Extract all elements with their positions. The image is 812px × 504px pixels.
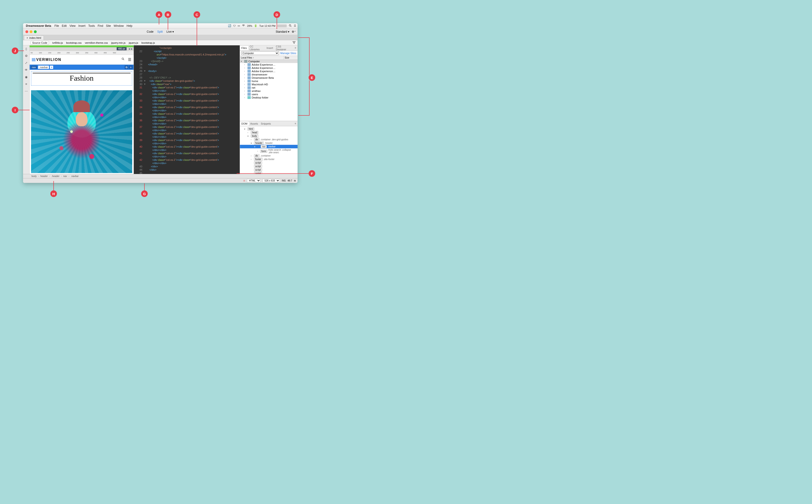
code-content[interactable]: <div class="col-xs-1"><div class='dev-gr… <box>146 132 240 135</box>
code-line[interactable]: 45 <box>134 171 240 174</box>
menu-tools[interactable]: Tools <box>88 24 95 28</box>
app-name[interactable]: Dreamweaver Beta <box>26 24 51 28</box>
filter-icon[interactable] <box>292 41 296 45</box>
zoom-window-button[interactable] <box>34 30 37 33</box>
code-content[interactable]: <div class="col-xs-1"><div class='dev-gr… <box>146 86 240 89</box>
dom-node[interactable]: script <box>240 161 297 165</box>
selected-class[interactable]: .navbar <box>38 66 49 69</box>
file-tree[interactable]: ▾Computer›Adobe Experience…›Adobe Experi… <box>240 60 297 121</box>
viewport-select[interactable]: 526 x 633 <box>262 179 280 182</box>
selected-tag[interactable]: nav <box>31 66 37 69</box>
code-line[interactable]: 22 <script <box>134 50 240 53</box>
file-tab-index[interactable]: × index.html <box>24 35 44 40</box>
code-line[interactable]: </div></div> <box>134 102 240 106</box>
code-line[interactable]: 30▼ <div class="row"> <box>134 83 240 86</box>
related-file[interactable]: jquery.min.js <box>111 41 125 44</box>
code-line[interactable]: 37 <div class="col-xs-1"><div class='dev… <box>134 125 240 129</box>
code-line[interactable]: src="https://oss.maxcdn.com/respond/1.4.… <box>134 53 240 56</box>
dom-node[interactable]: script <box>240 168 297 172</box>
shield-icon[interactable]: 🛡 <box>233 24 236 27</box>
code-content[interactable]: src="https://oss.maxcdn.com/respond/1.4.… <box>146 53 240 56</box>
code-line[interactable]: </div></div> <box>134 142 240 145</box>
fold-icon[interactable] <box>144 152 146 155</box>
fold-icon[interactable] <box>144 161 146 165</box>
view-live[interactable]: Live ▾ <box>166 30 174 33</box>
add-class-button[interactable]: + <box>50 66 53 69</box>
code-content[interactable]: <div class="col-xs-1"><div class='dev-gr… <box>146 152 240 155</box>
col-local-files[interactable]: Local Files ↑ <box>240 56 283 59</box>
code-content[interactable]: </div></div> <box>146 148 240 152</box>
airplay-icon[interactable]: ▭ <box>237 24 240 27</box>
site-dropdown[interactable]: Computer <box>241 51 279 55</box>
panel-menu-icon[interactable]: ≡ <box>293 122 297 126</box>
code-content[interactable]: </div></div> <box>146 135 240 138</box>
chevron-icon[interactable]: › <box>244 90 246 92</box>
fold-icon[interactable] <box>144 148 146 152</box>
chevron-icon[interactable]: › <box>251 138 253 141</box>
sync-settings-icon[interactable]: ⚙⁺ <box>292 30 296 33</box>
code-line[interactable]: "></script> <box>134 46 240 50</box>
code-line[interactable]: 36 <div class="col-xs-1"><div class='dev… <box>134 119 240 122</box>
code-line[interactable]: 40 <div class="col-xs-1"><div class='dev… <box>134 145 240 148</box>
chevron-icon[interactable]: › <box>244 83 246 86</box>
code-line[interactable]: 41 <div class="col-xs-1"><div class='dev… <box>134 152 240 155</box>
fold-icon[interactable] <box>144 122 146 125</box>
chevron-icon[interactable]: › <box>244 93 246 95</box>
chevron-icon[interactable]: › <box>244 67 246 69</box>
code-line[interactable]: 29▼ <div class="container dev-grid-guide… <box>134 79 240 83</box>
code-line[interactable]: 32 <div class="col-xs-1"><div class='dev… <box>134 92 240 96</box>
code-content[interactable]: </div></div> <box>146 142 240 145</box>
dom-tree[interactable]: ▾html›head▾body›div.container .dev-grid-… <box>240 126 297 176</box>
fold-icon[interactable] <box>144 96 146 99</box>
chevron-icon[interactable]: ▾ <box>241 60 243 63</box>
view-code[interactable]: Code <box>147 30 154 33</box>
wifi-icon[interactable] <box>242 24 245 28</box>
panel-tab-dom[interactable]: DOM <box>240 122 249 126</box>
file-tree-node[interactable]: ›home <box>240 79 297 83</box>
code-view[interactable]: "></script>22 <script src="https://oss.m… <box>134 45 240 174</box>
expand-icon[interactable]: ⤢ <box>24 61 28 65</box>
menu-help[interactable]: Help <box>126 24 132 28</box>
code-content[interactable] <box>146 73 240 76</box>
dom-node[interactable]: ›form#site-search .collapse .site-searc <box>240 148 297 154</box>
code-line[interactable]: 23 <![endif]--> <box>134 59 240 63</box>
file-tree-node[interactable]: ›Adobe Experience… <box>240 63 297 66</box>
source-code-button[interactable]: Source Code <box>31 41 49 45</box>
fold-icon[interactable] <box>144 155 146 158</box>
workspace-switcher[interactable]: Standard ▾ <box>276 30 289 33</box>
code-content[interactable] <box>146 66 240 69</box>
code-line[interactable]: 25 <box>134 66 240 69</box>
code-content[interactable]: <script <box>146 50 240 53</box>
code-content[interactable]: <div class="col-xs-1"><div class='dev-gr… <box>146 119 240 122</box>
file-tree-node[interactable]: ›net <box>240 86 297 89</box>
code-line[interactable]: </div></div> <box>134 155 240 158</box>
fold-icon[interactable] <box>144 99 146 102</box>
chevron-icon[interactable]: › <box>244 87 246 89</box>
dom-node[interactable]: ▾body <box>240 134 297 138</box>
file-tree-node[interactable]: ›Desktop folder <box>240 96 297 99</box>
fold-icon[interactable] <box>144 109 146 112</box>
spotlight-icon[interactable] <box>289 24 292 28</box>
tag-crumb[interactable]: .header <box>50 175 61 177</box>
menu-view[interactable]: View <box>69 24 75 28</box>
file-tree-node[interactable]: ›Adobe Experience… <box>240 70 297 73</box>
tag-crumb[interactable]: .navbar <box>69 175 80 177</box>
file-tree-node[interactable]: ›users <box>240 93 297 96</box>
fold-icon[interactable] <box>144 53 146 56</box>
fold-icon[interactable] <box>144 66 146 69</box>
panel-tab-css[interactable]: CSS Designer <box>274 44 293 51</box>
file-tree-node[interactable]: ›Macintosh HD <box>240 83 297 86</box>
fold-icon[interactable] <box>144 59 146 63</box>
hamburger-icon[interactable]: ☰ <box>128 57 131 62</box>
chevron-icon[interactable]: ▾ <box>244 128 246 130</box>
code-line[interactable]: 42 <div class="col-xs-1"><div class='dev… <box>134 158 240 161</box>
menu-site[interactable]: Site <box>106 24 111 28</box>
sync-icon[interactable]: 🔄 <box>228 24 231 27</box>
code-content[interactable]: </div></div> <box>146 129 240 132</box>
file-tree-node[interactable]: ›smithav <box>240 89 297 93</box>
chevron-icon[interactable]: › <box>244 96 246 99</box>
chevron-icon[interactable]: › <box>244 63 246 66</box>
fold-icon[interactable] <box>144 50 146 53</box>
media-query-bar[interactable] <box>30 45 134 47</box>
code-line[interactable]: 38 <div class="col-xs-1"><div class='dev… <box>134 132 240 135</box>
